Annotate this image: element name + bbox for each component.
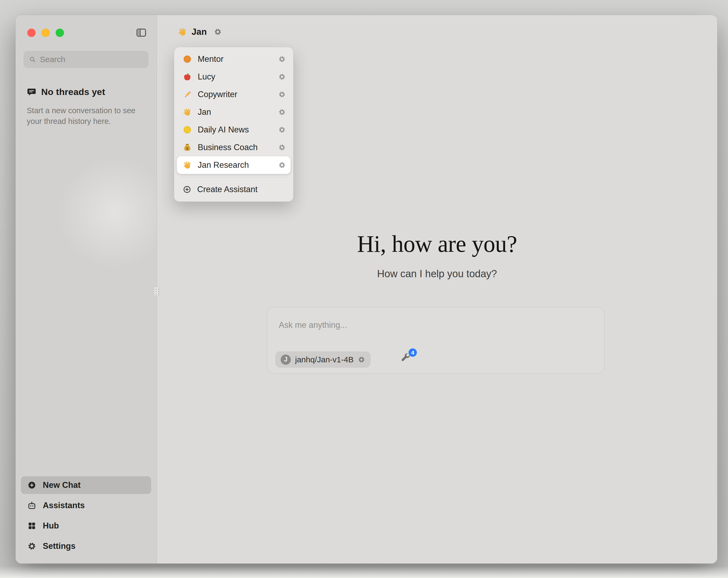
sidebar-toggle-button[interactable] [136, 27, 147, 38]
app-window: No threads yet Start a new conversation … [16, 15, 717, 563]
red-apple-emoji-icon [183, 72, 192, 81]
menu-item-jan[interactable]: Jan [177, 103, 290, 121]
sidebar-item-label: New Chat [43, 480, 80, 490]
settings-gear-icon [27, 542, 36, 551]
item-settings-gear-icon[interactable] [278, 161, 286, 169]
menu-divider [180, 177, 288, 177]
yellow-circle-emoji-icon [183, 125, 192, 134]
menu-item-label: Jan [198, 107, 211, 117]
empty-state-description: Start a new conversation to see your thr… [27, 105, 145, 127]
item-settings-gear-icon[interactable] [278, 144, 286, 151]
model-settings-gear-icon[interactable] [358, 356, 365, 363]
sidebar-item-new-chat[interactable]: New Chat [21, 476, 151, 494]
plus-circle-icon [183, 185, 191, 194]
menu-item-label: Mentor [198, 54, 224, 64]
empty-state: No threads yet Start a new conversation … [27, 87, 146, 127]
menu-item-label: Business Coach [198, 143, 258, 152]
item-settings-gear-icon[interactable] [278, 91, 286, 98]
assistant-gear-icon[interactable] [214, 28, 222, 36]
menu-item-jan-research[interactable]: Jan Research [177, 156, 290, 174]
menu-item-label: Jan Research [198, 160, 249, 170]
sidebar-resize-handle[interactable] [154, 286, 160, 296]
sidebar-nav: New Chat Assistants Hub Settings [16, 476, 157, 563]
sidebar-item-label: Assistants [43, 501, 85, 510]
chat-bubble-icon [27, 87, 36, 97]
orange-circle-emoji-icon [183, 55, 192, 64]
search-input[interactable] [40, 55, 143, 64]
menu-item-lucy[interactable]: Lucy [177, 68, 290, 85]
assistants-icon [27, 501, 36, 510]
tools-button[interactable]: 4 [400, 353, 412, 365]
menu-item-label: Copywriter [198, 90, 237, 99]
menu-item-business-coach[interactable]: Business Coach [177, 139, 290, 156]
model-name: janhq/Jan-v1-4B [295, 355, 354, 364]
menu-item-label: Lucy [198, 72, 215, 82]
menu-item-daily-ai-news[interactable]: Daily AI News [177, 121, 290, 139]
traffic-lights [27, 29, 64, 37]
create-assistant-button[interactable]: Create Assistant [177, 181, 290, 198]
plus-circle-icon [27, 481, 36, 490]
item-settings-gear-icon[interactable] [278, 108, 286, 116]
greeting-title: Hi, how are you? [157, 232, 717, 256]
item-settings-gear-icon[interactable] [278, 55, 286, 63]
hub-grid-icon [27, 521, 36, 530]
sidebar-toggle-icon [136, 27, 147, 38]
search-box[interactable] [24, 51, 149, 68]
create-assistant-label: Create Assistant [197, 185, 258, 194]
waving-hand-emoji-icon [183, 160, 192, 170]
close-button[interactable] [27, 29, 35, 37]
assistant-dropdown-menu: Mentor Lucy Copywriter Jan Daily AI News [174, 47, 293, 202]
item-settings-gear-icon[interactable] [278, 126, 286, 133]
tools-count-badge: 4 [409, 348, 417, 357]
menu-item-mentor[interactable]: Mentor [177, 50, 290, 68]
titlebar [16, 15, 157, 39]
main-area: Jan Mentor Lucy Copywriter Jan [157, 15, 717, 563]
item-settings-gear-icon[interactable] [278, 73, 286, 80]
waving-hand-emoji-icon [183, 107, 192, 117]
assistant-selector[interactable]: Jan [178, 27, 222, 37]
menu-item-label: Daily AI News [198, 125, 249, 134]
greeting-subtitle: How can I help you today? [157, 268, 717, 280]
greeting: Hi, how are you? How can I help you toda… [157, 232, 717, 280]
minimize-button[interactable] [42, 29, 50, 37]
composer-card[interactable]: J janhq/Jan-v1-4B 4 [267, 307, 605, 374]
sidebar: No threads yet Start a new conversation … [16, 15, 157, 563]
assistant-name: Jan [191, 27, 207, 37]
sidebar-item-hub[interactable]: Hub [21, 517, 151, 535]
sidebar-item-assistants[interactable]: Assistants [21, 497, 151, 514]
zoom-button[interactable] [56, 29, 64, 37]
sidebar-item-label: Settings [43, 541, 75, 551]
model-avatar: J [281, 355, 291, 365]
empty-state-title: No threads yet [41, 87, 105, 97]
search-icon [29, 55, 36, 64]
menu-item-copywriter[interactable]: Copywriter [177, 85, 290, 103]
money-bag-emoji-icon [183, 143, 192, 152]
sidebar-item-label: Hub [43, 521, 59, 531]
sidebar-item-settings[interactable]: Settings [21, 537, 151, 555]
waving-hand-emoji-icon [178, 27, 187, 37]
model-selector[interactable]: J janhq/Jan-v1-4B [275, 351, 370, 368]
message-input[interactable] [279, 319, 520, 331]
pencil-emoji-icon [183, 90, 192, 99]
